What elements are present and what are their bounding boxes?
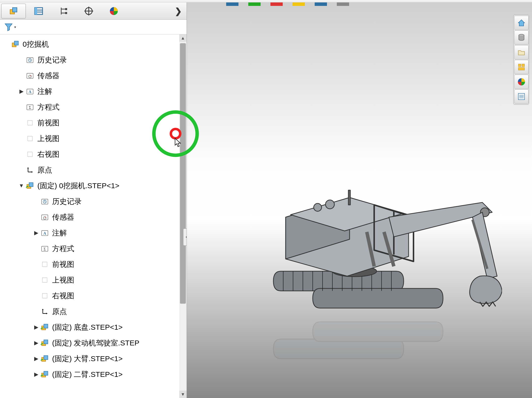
tree-item-top-plane-2[interactable]: ▶ 上视图 xyxy=(0,272,187,288)
tree-item-equations-2[interactable]: ▶ Σ 方程式 xyxy=(0,241,187,256)
design-library-button[interactable] xyxy=(514,30,529,45)
tree-label: 上视图 xyxy=(37,135,59,142)
expand-caret-icon[interactable]: ▶ xyxy=(32,325,40,330)
expand-caret-icon[interactable]: ▶ xyxy=(32,372,40,377)
graphics-viewport[interactable] xyxy=(187,2,532,398)
svg-text:Σ: Σ xyxy=(44,247,46,251)
svg-point-64 xyxy=(314,203,322,211)
feature-tree[interactable]: ▶ 0挖掘机 ▶ 历史记录 ▶ 传感器 ▶ xyxy=(0,34,187,384)
excavator-model xyxy=(251,143,502,320)
svg-rect-75 xyxy=(518,68,524,70)
appearances-button[interactable] xyxy=(514,75,529,89)
part-icon xyxy=(40,354,50,364)
feature-manager-panel: ❯ ▾ ▶ 0挖掘机 ▶ xyxy=(0,2,187,398)
scroll-thumb[interactable] xyxy=(180,43,186,304)
svg-text:Σ: Σ xyxy=(29,105,31,110)
tab-property-manager[interactable] xyxy=(26,4,51,18)
scroll-up-button[interactable]: ▲ xyxy=(179,34,187,42)
tree-label: (固定) 大臂.STEP<1> xyxy=(52,355,123,362)
file-explorer-button[interactable] xyxy=(514,45,529,59)
home-button[interactable] xyxy=(514,16,529,30)
tree-item-sensors-2[interactable]: ▶ 传感器 xyxy=(0,209,187,225)
tree-item-right-plane[interactable]: ▶ 右视图 xyxy=(0,146,187,162)
svg-rect-1 xyxy=(13,8,17,12)
appearance-icon xyxy=(517,77,526,86)
tree-label: 原点 xyxy=(37,166,52,174)
tree-item-annotations[interactable]: ▶ A 注解 xyxy=(0,84,187,99)
equations-icon: Σ xyxy=(40,244,50,254)
plane-icon xyxy=(40,291,50,301)
assembly-icon xyxy=(9,6,18,16)
funnel-icon xyxy=(4,22,13,32)
tree-item-front-plane-2[interactable]: ▶ 前视图 xyxy=(0,256,187,272)
tree-label: 原点 xyxy=(52,308,67,315)
expand-caret-icon[interactable]: ▶ xyxy=(32,230,40,236)
tree-label: 右视图 xyxy=(52,292,74,299)
tree-item-origin-2[interactable]: ▶ 原点 xyxy=(0,304,187,319)
folder-icon xyxy=(517,48,526,57)
subassembly-icon xyxy=(25,181,35,191)
tab-feature-tree[interactable] xyxy=(1,4,26,18)
tab-dimxpert-manager[interactable] xyxy=(76,4,101,18)
origin-icon xyxy=(25,165,35,175)
tree-vertical-scrollbar[interactable]: ▲ ▼ xyxy=(179,34,187,398)
plane-icon xyxy=(25,134,35,143)
tree-item-front-plane[interactable]: ▶ 前视图 xyxy=(0,115,187,131)
svg-rect-41 xyxy=(42,278,47,282)
sensors-icon xyxy=(25,71,35,81)
tree-item-right-plane-2[interactable]: ▶ 右视图 xyxy=(0,288,187,304)
cylinder-icon xyxy=(517,33,526,42)
annotations-icon: A xyxy=(40,228,50,238)
panel-splitter-handle[interactable] xyxy=(183,228,187,246)
expand-caret-icon[interactable]: ▶ xyxy=(18,89,25,94)
tree-item-second-arm[interactable]: ▶ (固定) 二臂.STEP<1> xyxy=(0,367,187,382)
tree-label: 前视图 xyxy=(37,119,59,127)
tree-item-sensors[interactable]: ▶ 传感器 xyxy=(0,68,187,84)
task-pane-toolbar xyxy=(513,15,529,105)
svg-rect-28 xyxy=(28,152,32,156)
heads-up-toolbar-fragment xyxy=(187,2,532,6)
filter-bar[interactable]: ▾ xyxy=(0,20,187,34)
title-bar-fragment xyxy=(0,0,532,2)
collapse-caret-icon[interactable]: ▼ xyxy=(18,183,25,188)
tree-item-origin[interactable]: ▶ 原点 xyxy=(0,162,187,178)
annotations-icon: A xyxy=(25,86,35,96)
view-palette-button[interactable] xyxy=(514,60,529,74)
history-icon xyxy=(40,197,50,206)
plane-icon xyxy=(25,118,35,128)
tree-item-top-plane[interactable]: ▶ 上视图 xyxy=(0,131,187,146)
tree-item-history-2[interactable]: ▶ 历史记录 xyxy=(0,194,187,209)
tree-label: 历史记录 xyxy=(52,198,82,205)
chevron-right-icon: ❯ xyxy=(175,6,182,16)
origin-icon xyxy=(40,307,50,316)
feature-tree-scroll: ▶ 0挖掘机 ▶ 历史记录 ▶ 传感器 ▶ xyxy=(0,34,187,398)
tree-label: (固定) 底盘.STEP<1> xyxy=(52,324,123,331)
svg-rect-27 xyxy=(28,136,32,141)
scroll-down-button[interactable]: ▼ xyxy=(179,391,187,398)
svg-rect-48 xyxy=(44,355,48,359)
tab-overflow-button[interactable]: ❯ xyxy=(171,6,186,16)
main-layout: ❯ ▾ ▶ 0挖掘机 ▶ xyxy=(0,2,532,398)
tree-label: 历史记录 xyxy=(37,56,67,64)
tree-item-engine-cab[interactable]: ▶ (固定) 发动机驾驶室.STEP xyxy=(0,335,187,351)
tree-root[interactable]: ▶ 0挖掘机 xyxy=(0,36,187,52)
expand-caret-icon[interactable]: ▶ xyxy=(32,356,40,361)
expand-caret-icon[interactable]: ▶ xyxy=(32,340,40,346)
svg-rect-44 xyxy=(44,324,48,328)
plane-icon xyxy=(40,275,50,285)
svg-rect-66 xyxy=(348,190,350,205)
tree-item-equations[interactable]: ▶ Σ 方程式 xyxy=(0,99,187,115)
home-icon xyxy=(517,18,526,27)
layout-icon xyxy=(517,63,526,71)
tab-display-manager[interactable] xyxy=(102,4,126,18)
tree-label: 传感器 xyxy=(52,213,74,221)
tree-item-annotations-2[interactable]: ▶ A 注解 xyxy=(0,225,187,241)
tree-label: 0挖掘机 xyxy=(23,41,49,48)
tab-configuration-manager[interactable] xyxy=(51,4,76,18)
svg-rect-9 xyxy=(65,8,67,10)
tree-item-history[interactable]: ▶ 历史记录 xyxy=(0,52,187,68)
tree-item-big-arm[interactable]: ▶ (固定) 大臂.STEP<1> xyxy=(0,351,187,367)
tree-item-chassis[interactable]: ▶ (固定) 底盘.STEP<1> xyxy=(0,319,187,335)
custom-properties-button[interactable] xyxy=(514,89,529,104)
tree-item-step-assembly[interactable]: ▼ (固定) 0挖掘机.STEP<1> xyxy=(0,178,187,194)
